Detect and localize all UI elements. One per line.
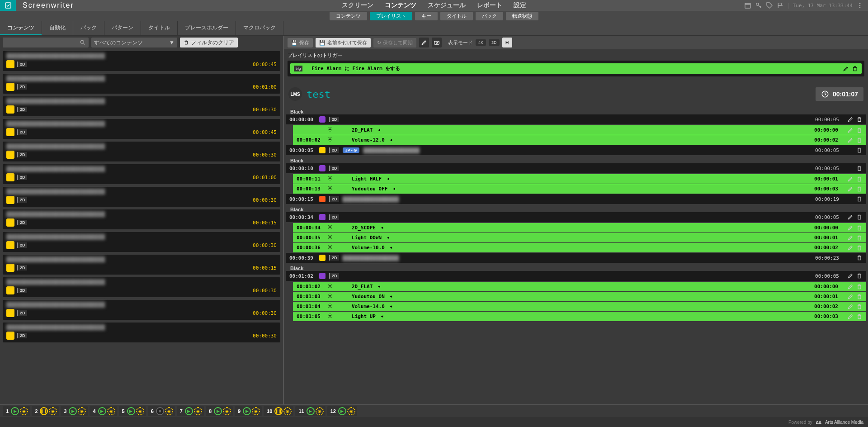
play-button[interactable]: ▶ [307, 407, 315, 415]
player-aux-button[interactable]: ◉ [20, 407, 28, 415]
left-tab-item[interactable]: コンテンツ [0, 21, 42, 35]
play-button[interactable]: ▶ [214, 407, 222, 415]
top-nav-item[interactable]: コンテンツ [385, 1, 416, 9]
player-aux-button[interactable]: ◉ [165, 407, 173, 415]
pencil-icon[interactable] [847, 273, 854, 279]
play-button[interactable]: ▶ [127, 407, 135, 415]
trash-icon[interactable] [856, 304, 863, 310]
playlist-cue-row[interactable]: 00:01:04 Volume-14.0 ◄ 00:00:02 [293, 302, 866, 311]
sub-nav-item[interactable]: タイトル [440, 12, 473, 20]
trash-icon[interactable] [856, 273, 863, 279]
trash-icon[interactable] [856, 245, 863, 251]
content-filter-dropdown[interactable]: すべてのコンテンツ ▼ [91, 38, 177, 47]
player-aux-button[interactable]: ◉ [283, 407, 292, 415]
playlist-cue-row[interactable]: 00:00:34 2D_SCOPE ◄ 00:00:00 [293, 223, 866, 232]
playlist-cue-row[interactable]: 00:01:03 Yudoutou ON ◄ 00:00:01 [293, 292, 866, 301]
app-logo[interactable] [0, 0, 16, 11]
playlist-cue-row[interactable]: 00:01:02 2D_FLAT ◄ 00:00:00 [293, 282, 866, 291]
top-nav-item[interactable]: スクリーン [342, 1, 373, 9]
player-aux-button[interactable]: ◉ [107, 407, 115, 415]
playlist-cue-row[interactable]: 00:00:36 Volume-10.0 ◄ 00:00:02 [293, 243, 866, 252]
pencil-icon[interactable] [847, 284, 854, 290]
pause-button[interactable]: ❚❚ [274, 407, 283, 415]
trash-icon[interactable] [856, 225, 863, 231]
playlist-cue-row[interactable]: 00:00:02 Volume-12.0 ◄ 00:00:02 [293, 135, 866, 145]
content-item[interactable]: ████████████████████████████ 2D 00:00:30 [3, 142, 280, 161]
trash-icon[interactable] [856, 294, 863, 300]
left-tab-item[interactable]: パターン [104, 21, 141, 35]
player-aux-button[interactable]: ◉ [347, 407, 355, 415]
menu-icon[interactable] [856, 2, 863, 9]
pill-3d[interactable]: 3D [489, 39, 500, 46]
edit-icon-button[interactable] [419, 38, 429, 47]
pencil-icon[interactable] [847, 235, 854, 241]
left-tab-item[interactable]: パック [73, 21, 104, 35]
trigger-item[interactable]: trig Fire Alarm に Fire Alarm をする [290, 63, 862, 74]
search-input[interactable] [3, 38, 89, 47]
top-nav-item[interactable]: レポート [477, 1, 502, 9]
trash-icon[interactable] [856, 176, 863, 182]
flag-icon[interactable] [777, 2, 784, 9]
h-icon-button[interactable]: H [502, 38, 512, 47]
content-item[interactable]: ████████████████████████████ 2D 00:00:45 [3, 119, 280, 139]
play-button[interactable]: ▶ [11, 407, 19, 415]
trash-icon[interactable] [856, 284, 863, 290]
pencil-icon[interactable] [847, 176, 854, 182]
play-button[interactable]: ▶ [98, 407, 106, 415]
pause-button[interactable]: ❚❚ [40, 407, 48, 415]
pencil-icon[interactable] [847, 186, 854, 192]
pencil-icon[interactable] [847, 304, 854, 310]
playlist-clip-row[interactable]: 00:00:00 2D 00:00:05 [286, 114, 866, 124]
left-tab-item[interactable]: タイトル [141, 21, 178, 35]
play-button[interactable]: ▶ [185, 407, 193, 415]
player-aux-button[interactable]: ◉ [252, 407, 260, 415]
content-item[interactable]: ████████████████████████████ 2D 00:00:15 [3, 255, 280, 275]
left-tab-item[interactable]: プレースホルダー [178, 21, 236, 35]
player-aux-button[interactable]: ◉ [136, 407, 144, 415]
camera-icon-button[interactable] [432, 38, 442, 47]
top-nav-item[interactable]: スケジュール [428, 1, 466, 9]
sub-nav-item[interactable]: プレイリスト [370, 12, 412, 20]
top-nav-item[interactable]: 設定 [514, 1, 526, 9]
player-aux-button[interactable]: ◉ [194, 407, 202, 415]
tag-icon[interactable] [766, 2, 773, 9]
playlist-clip-row[interactable]: 00:00:34 2D 00:00:05 [286, 212, 866, 222]
trash-icon[interactable] [856, 214, 863, 220]
playlist-cue-row[interactable]: 00:00:11 Light HALF ◄ 00:00:01 [293, 174, 866, 184]
player-aux-button[interactable]: ◉ [78, 407, 86, 415]
sub-nav-item[interactable]: コンテンツ [330, 12, 367, 20]
trash-icon[interactable] [856, 127, 863, 133]
key-icon[interactable] [755, 2, 762, 9]
play-button[interactable]: ▶ [69, 407, 77, 415]
trash-icon[interactable] [856, 196, 863, 202]
stop-button[interactable]: ■ [156, 407, 164, 415]
pencil-icon[interactable] [847, 137, 854, 143]
playlist-clip-row[interactable]: 00:00:39 2D ████████████████ 00:00:23 [286, 253, 866, 263]
trash-icon[interactable] [856, 137, 863, 143]
playlist-cue-row[interactable]: 00:00:13 Yudoutou OFF ◄ 00:00:03 [293, 184, 866, 194]
left-tab-item[interactable]: マクロパック [236, 21, 283, 35]
calendar-icon[interactable] [744, 2, 751, 9]
trash-icon[interactable] [856, 235, 863, 241]
content-item[interactable]: ████████████████████████████ 2D 00:00:30 [3, 96, 280, 116]
play-button[interactable]: ▶ [338, 407, 346, 415]
player-aux-button[interactable]: ◉ [49, 407, 57, 415]
pencil-icon[interactable] [847, 225, 854, 231]
content-item[interactable]: ████████████████████████████ 2D 00:00:30 [3, 300, 280, 320]
pencil-icon[interactable] [847, 116, 854, 123]
playlist-clip-row[interactable]: 00:00:15 2D ████████████████ 00:00:19 [286, 194, 866, 204]
pencil-icon[interactable] [847, 245, 854, 251]
pill-4k[interactable]: 4K [476, 39, 486, 46]
pencil-icon[interactable] [843, 66, 849, 72]
content-item[interactable]: ████████████████████████████ 2D 00:00:30 [3, 187, 280, 207]
trash-icon[interactable] [852, 66, 858, 72]
playlist-clip-row[interactable]: 00:01:02 2D 00:00:05 [286, 271, 866, 281]
playlist-cue-row[interactable]: 2D_FLAT ◄ 00:00:00 [293, 125, 866, 135]
playlist-cue-row[interactable]: 00:00:35 Light DOWN ◄ 00:00:01 [293, 233, 866, 242]
content-item[interactable]: ████████████████████████████ 2D 00:00:30 [3, 232, 280, 252]
playlist-clip-row[interactable]: 00:00:05 2D JP - G ████████████████ 00:0… [286, 145, 866, 155]
left-tab-item[interactable]: 自動化 [42, 21, 73, 35]
trash-icon[interactable] [856, 313, 863, 320]
playlist-cue-row[interactable]: 00:01:05 Light UP ◄ 00:00:03 [293, 312, 866, 321]
content-item[interactable]: ████████████████████████████ 2D 00:00:30 [3, 323, 280, 342]
